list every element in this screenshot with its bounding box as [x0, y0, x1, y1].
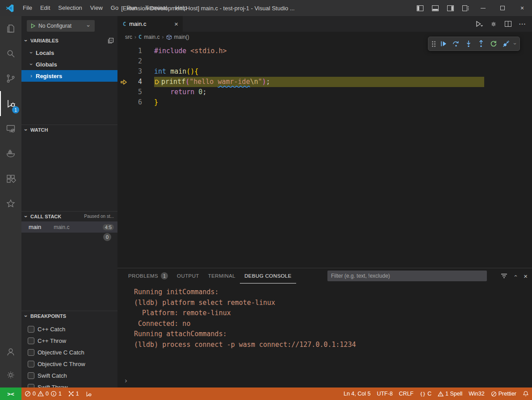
menu-help[interactable]: Help — [171, 0, 191, 16]
breakpoint-gutter[interactable] — [117, 46, 130, 56]
breakpoint-swift-catch[interactable]: Swift Catch — [21, 370, 117, 381]
toggle-sidebar-icon[interactable] — [412, 0, 427, 16]
chevron-down-icon[interactable]: › — [512, 41, 518, 46]
star-icon[interactable] — [0, 191, 21, 216]
menu-view[interactable]: View — [86, 0, 107, 16]
breakpoint-gutter[interactable] — [117, 56, 130, 67]
checkbox[interactable] — [28, 349, 34, 356]
customize-layout-icon[interactable] — [458, 0, 473, 16]
checkbox[interactable] — [28, 372, 34, 379]
code-line[interactable]: 5 return 0; — [117, 87, 532, 97]
breakpoint-objc-catch[interactable]: Objective C Catch — [21, 346, 117, 358]
encoding-indicator[interactable]: UTF-8 — [374, 388, 396, 400]
drag-handle-icon[interactable] — [432, 41, 436, 47]
breadcrumb-symbol[interactable]: main() — [174, 34, 189, 40]
step-out-button[interactable] — [475, 38, 487, 50]
call-stack-section-header[interactable]: › CALL STACK Paused on st... — [21, 211, 117, 221]
code-line[interactable]: 3 int main(){ — [117, 67, 532, 77]
tab-debug-console[interactable]: DEBUG CONSOLE — [240, 268, 296, 283]
extensions-icon[interactable] — [0, 166, 21, 191]
checkbox[interactable] — [28, 326, 34, 333]
cursor-position[interactable]: Ln 4, Col 5 — [340, 388, 373, 400]
step-into-button[interactable] — [462, 38, 475, 50]
debug-config-dropdown[interactable]: No Configurat › — [27, 20, 95, 32]
breadcrumb-folder[interactable]: src — [125, 34, 132, 40]
tab-terminal[interactable]: TERMINAL — [204, 268, 240, 283]
minimize-button[interactable] — [473, 0, 493, 16]
breakpoint-gutter[interactable] — [117, 87, 130, 97]
notifications-bell-icon[interactable] — [519, 388, 532, 400]
code-line-current[interactable]: 4 printf("hello wamr-ide\n"); — [117, 77, 532, 87]
menu-edit[interactable]: Edit — [36, 0, 54, 16]
toggle-secondary-sidebar-icon[interactable] — [443, 0, 458, 16]
formatter-status[interactable]: Prettier — [488, 388, 519, 400]
variables-item-locals[interactable]: › Locals — [21, 47, 117, 58]
restart-button[interactable] — [487, 38, 500, 50]
debug-sidebar: No Configurat › › VARIABLES › Locals › G… — [21, 16, 117, 388]
close-panel-icon[interactable]: × — [524, 272, 528, 280]
eol-indicator[interactable]: CRLF — [396, 388, 417, 400]
docker-icon[interactable] — [0, 141, 21, 166]
toggle-panel-icon[interactable] — [427, 0, 443, 16]
breakpoints-section-header[interactable]: › BREAKPOINTS — [21, 311, 117, 321]
spell-checker-status[interactable]: 1 Spell — [435, 388, 465, 400]
code-line[interactable]: 2 — [117, 56, 532, 67]
line-number: 3 — [130, 67, 142, 77]
continue-button[interactable] — [437, 38, 450, 50]
tab-close-icon[interactable]: × — [174, 20, 178, 28]
split-editor-icon[interactable] — [502, 18, 514, 30]
code-editor[interactable]: 1 #include <stdio.h> 2 3 int main(){ — [117, 42, 532, 108]
gear-icon[interactable] — [487, 18, 500, 30]
menu-run[interactable]: Run — [122, 0, 141, 16]
current-frame-arrow-icon[interactable] — [117, 77, 130, 87]
problems-status[interactable]: 0 0 1 — [21, 388, 65, 400]
tab-output[interactable]: OUTPUT — [172, 268, 204, 283]
menu-go[interactable]: Go — [107, 0, 122, 16]
maximize-panel-icon[interactable]: › — [512, 273, 519, 279]
close-button[interactable]: × — [512, 0, 532, 16]
tab-problems[interactable]: PROBLEMS1 — [124, 268, 172, 283]
language-mode[interactable]: {}C — [417, 388, 435, 400]
debug-status-icon[interactable] — [82, 388, 95, 400]
collapse-all-icon[interactable] — [108, 38, 114, 44]
filter-options-icon[interactable] — [501, 273, 507, 279]
vscode-logo-icon — [5, 4, 14, 12]
search-icon[interactable] — [0, 41, 21, 66]
explorer-icon[interactable] — [0, 16, 21, 41]
breakpoint-cpp-catch[interactable]: C++ Catch — [21, 323, 117, 335]
breakpoint-objc-throw[interactable]: Objective C Throw — [21, 358, 117, 370]
menu-terminal[interactable]: Terminal — [141, 0, 171, 16]
run-and-debug-icon[interactable]: 1 — [0, 91, 21, 116]
console-input-prompt[interactable]: › — [124, 376, 128, 385]
variables-section-header[interactable]: › VARIABLES — [21, 36, 117, 46]
step-over-button[interactable] — [450, 38, 462, 50]
platform-indicator[interactable]: Win32 — [465, 388, 487, 400]
remote-indicator[interactable]: >< — [0, 388, 21, 400]
maximize-button[interactable] — [493, 0, 512, 16]
variables-item-globals[interactable]: › Globals — [21, 58, 117, 70]
console-filter-input[interactable] — [327, 271, 487, 281]
tab-main-c[interactable]: C main.c × — [117, 16, 183, 32]
more-actions-icon[interactable]: ⋯ — [516, 18, 528, 30]
code-line[interactable]: 6 } — [117, 97, 532, 108]
settings-gear-icon[interactable] — [0, 364, 21, 386]
call-stack-frame-row[interactable]: main main.c 4:5 — [21, 221, 117, 233]
checkbox[interactable] — [28, 361, 34, 367]
variables-item-registers[interactable]: › Registers — [21, 70, 117, 82]
source-control-icon[interactable] — [0, 66, 21, 91]
accounts-icon[interactable] — [0, 341, 21, 362]
breakpoint-gutter[interactable] — [117, 97, 130, 108]
disconnect-button[interactable] — [500, 38, 512, 50]
menu-file[interactable]: File — [19, 0, 36, 16]
menu-selection[interactable]: Selection — [54, 0, 86, 16]
debug-config-label: No Configurat — [38, 23, 83, 29]
run-or-debug-icon[interactable] — [473, 18, 486, 30]
toolchain-status[interactable]: 1 — [65, 388, 82, 400]
remote-explorer-icon[interactable] — [0, 116, 21, 141]
circle-slash-icon — [491, 391, 497, 397]
watch-section-header[interactable]: › WATCH — [21, 125, 117, 134]
breakpoint-cpp-throw[interactable]: C++ Throw — [21, 335, 117, 346]
breadcrumb-file[interactable]: main.c — [144, 34, 159, 40]
checkbox[interactable] — [28, 338, 34, 344]
breakpoint-gutter[interactable] — [117, 67, 130, 77]
